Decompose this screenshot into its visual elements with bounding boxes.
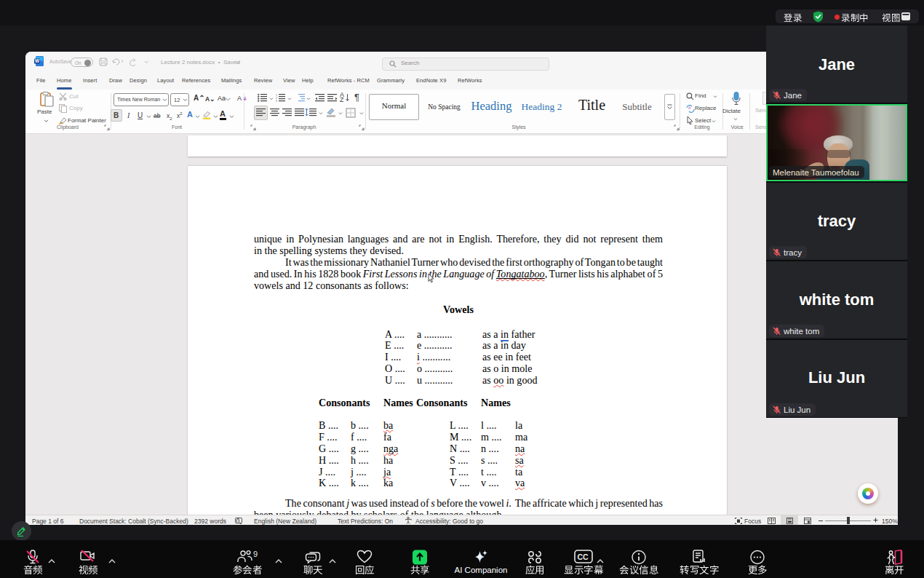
svg-text:9: 9 bbox=[253, 550, 258, 558]
svg-text:CC: CC bbox=[578, 553, 589, 561]
svg-text:3: 3 bbox=[276, 100, 277, 103]
svg-text:W: W bbox=[35, 58, 40, 63]
